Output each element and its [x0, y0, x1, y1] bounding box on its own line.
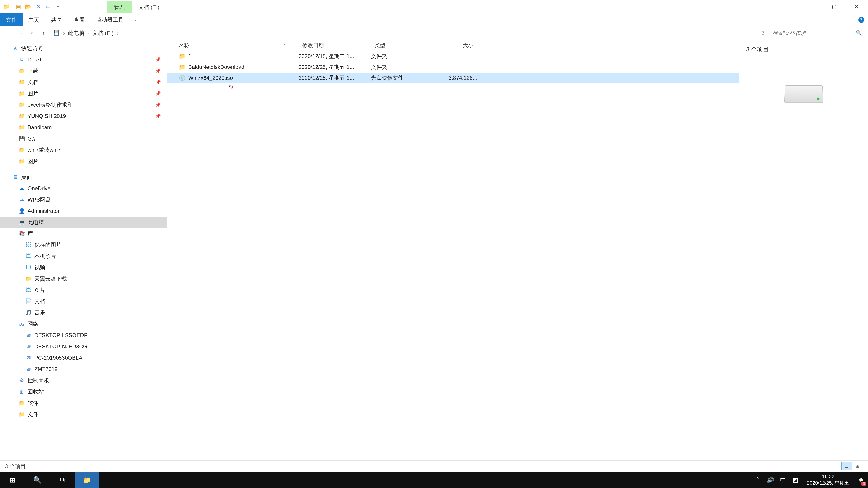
- qat-new-folder-icon[interactable]: 📂: [23, 1, 33, 12]
- tree-item[interactable]: 👤Administrator: [0, 205, 167, 217]
- column-type[interactable]: 类型: [371, 42, 432, 49]
- tree-item[interactable]: 📁excel表格制作求和📌: [0, 99, 167, 110]
- tree-item[interactable]: 📁图片: [0, 156, 167, 167]
- tree-item[interactable]: 🖳DESKTOP-LSSOEDP: [0, 330, 167, 341]
- tree-item[interactable]: ☁OneDrive: [0, 183, 167, 194]
- tree-item[interactable]: 📄文档: [0, 296, 167, 307]
- ribbon-tab-home[interactable]: 主页: [23, 13, 45, 26]
- pin-icon: 📌: [155, 91, 161, 96]
- tree-desktop[interactable]: 🖥 桌面: [0, 171, 167, 183]
- tray-overflow-icon[interactable]: ˄: [751, 472, 764, 488]
- search-button[interactable]: 🔍: [25, 472, 50, 488]
- tree-label: Desktop: [28, 57, 48, 63]
- tree-item[interactable]: 🎵音乐: [0, 307, 167, 318]
- ribbon-expand-icon[interactable]: ⌄: [129, 13, 143, 26]
- tree-item[interactable]: 🖳ZMT2019: [0, 363, 167, 375]
- refresh-button[interactable]: ⟳: [758, 28, 769, 38]
- tree-item[interactable]: ☁WPS网盘: [0, 194, 167, 205]
- tree-item[interactable]: 🎞视频: [0, 262, 167, 273]
- desktop-icon: 🖥: [18, 57, 25, 63]
- chevron-right-icon[interactable]: ›: [85, 30, 92, 36]
- taskbar-clock[interactable]: 16:32 2020/12/25, 星期五: [802, 473, 855, 486]
- column-name[interactable]: 名称 ˄: [167, 42, 299, 49]
- taskbar-explorer[interactable]: 📁: [74, 472, 99, 488]
- chevron-right-icon[interactable]: ›: [61, 30, 67, 36]
- tree-item[interactable]: 💻此电脑: [0, 217, 167, 228]
- tree-recycle-bin[interactable]: 🗑 回收站: [0, 386, 167, 397]
- task-view-button[interactable]: ⧉: [50, 472, 74, 488]
- pic-icon: 🖼: [25, 287, 32, 293]
- address-dropdown-icon[interactable]: ⌄: [746, 28, 757, 38]
- qat-dropdown-icon[interactable]: ▾: [53, 1, 63, 12]
- ime-indicator[interactable]: 中: [777, 472, 789, 488]
- drive-breadcrumb-icon: 💾: [53, 30, 59, 36]
- volume-icon[interactable]: 🔊: [764, 472, 777, 488]
- tree-label: excel表格制作求和: [28, 101, 73, 108]
- file-name: BaiduNetdiskDownload: [188, 64, 244, 70]
- ribbon-tab-view[interactable]: 查看: [68, 13, 90, 26]
- system-tray: ˄ 🔊 中 ◩ 16:32 2020/12/25, 星期五 💬 3: [751, 472, 868, 488]
- chevron-right-icon[interactable]: ›: [114, 30, 121, 36]
- minimize-button[interactable]: —: [800, 0, 823, 13]
- tree-item[interactable]: 🖥Desktop📌: [0, 54, 167, 65]
- back-button[interactable]: ←: [3, 28, 13, 38]
- up-button[interactable]: ↑: [38, 28, 49, 38]
- forward-button[interactable]: →: [15, 28, 25, 38]
- tree-item[interactable]: 📚库: [0, 228, 167, 239]
- search-box[interactable]: 🔍: [770, 28, 865, 38]
- view-details-button[interactable]: ☰: [841, 462, 852, 470]
- breadcrumb-drive[interactable]: 文档 (E:): [92, 30, 114, 37]
- tree-quick-access[interactable]: ★ 快速访问: [0, 43, 167, 54]
- qat-delete-icon[interactable]: ✕: [33, 1, 43, 12]
- column-date[interactable]: 修改日期: [299, 42, 371, 49]
- qat-app-icon[interactable]: 📁: [1, 1, 11, 12]
- tray-app-icon[interactable]: ◩: [789, 472, 802, 488]
- tree-item[interactable]: 📁图片📌: [0, 88, 167, 99]
- tree-item[interactable]: 📁文档📌: [0, 76, 167, 88]
- tree-network[interactable]: 🖧 网络: [0, 318, 167, 330]
- tree-label: 控制面板: [28, 377, 49, 384]
- tree-item[interactable]: 🖼图片: [0, 285, 167, 296]
- tree-item[interactable]: 🖳PC-20190530OBLA: [0, 352, 167, 363]
- folder-icon: 📁: [179, 64, 185, 70]
- tree-item[interactable]: 📁Bandicam: [0, 122, 167, 133]
- tree-item[interactable]: 🖳DESKTOP-NJEU3CG: [0, 341, 167, 352]
- tree-item[interactable]: 💾G:\: [0, 133, 167, 144]
- view-thumbnails-button[interactable]: ▦: [852, 462, 863, 470]
- file-list[interactable]: 名称 ˄ 修改日期 类型 大小 📁1 2020/12/15, 星期二 1... …: [167, 40, 739, 460]
- qat-properties-icon[interactable]: ▣: [13, 1, 23, 12]
- qat-rename-icon[interactable]: ▭: [43, 1, 53, 12]
- sort-ascending-icon: ˄: [284, 43, 286, 48]
- tree-item[interactable]: 🖼保存的图片: [0, 239, 167, 251]
- help-icon[interactable]: ?: [855, 13, 868, 26]
- tree-label: Administrator: [28, 208, 59, 214]
- title-bar: 📁 ▣ 📂 ✕ ▭ ▾ 管理 文档 (E:) — ▢ ✕: [0, 0, 868, 13]
- search-icon[interactable]: 🔍: [856, 30, 862, 36]
- tree-item[interactable]: 📁 文件: [0, 409, 167, 420]
- tree-item[interactable]: 🖼本机照片: [0, 251, 167, 262]
- navigation-tree[interactable]: ★ 快速访问 🖥Desktop📌📁下载📌📁文档📌📁图片📌📁excel表格制作求和…: [0, 40, 167, 460]
- tree-item[interactable]: 📁win7重装win7: [0, 144, 167, 156]
- action-center-button[interactable]: 💬 3: [855, 472, 868, 488]
- clock-date: 2020/12/25, 星期五: [807, 480, 849, 486]
- recent-dropdown-icon[interactable]: ▾: [27, 28, 37, 38]
- tree-item[interactable]: 📁YUNQISHI2019📌: [0, 110, 167, 122]
- ribbon-tab-file[interactable]: 文件: [0, 13, 23, 26]
- tree-item[interactable]: 📁 软件: [0, 397, 167, 409]
- tree-item[interactable]: 📁天翼云盘下载: [0, 273, 167, 285]
- file-row[interactable]: 💿Win7x64_2020.iso 2020/12/25, 星期五 1... 光…: [167, 72, 739, 84]
- ribbon-tab-share[interactable]: 共享: [45, 13, 68, 26]
- breadcrumb[interactable]: 💾 › 此电脑 › 文档 (E:) ›: [50, 28, 745, 38]
- column-size[interactable]: 大小: [432, 42, 477, 49]
- start-button[interactable]: ⊞: [0, 472, 25, 488]
- ribbon-tab-drive-tools[interactable]: 驱动器工具: [90, 13, 129, 26]
- breadcrumb-pc[interactable]: 此电脑: [67, 30, 85, 37]
- tree-item[interactable]: 📁下载📌: [0, 65, 167, 76]
- search-input[interactable]: [773, 30, 856, 36]
- file-row[interactable]: 📁BaiduNetdiskDownload 2020/12/25, 星期五 1.…: [167, 62, 739, 72]
- close-button[interactable]: ✕: [845, 0, 868, 13]
- tab-manage[interactable]: 管理: [107, 1, 131, 13]
- tree-control-panel[interactable]: ⚙ 控制面板: [0, 375, 167, 386]
- maximize-button[interactable]: ▢: [823, 0, 845, 13]
- file-row[interactable]: 📁1 2020/12/15, 星期二 1... 文件夹: [167, 51, 739, 62]
